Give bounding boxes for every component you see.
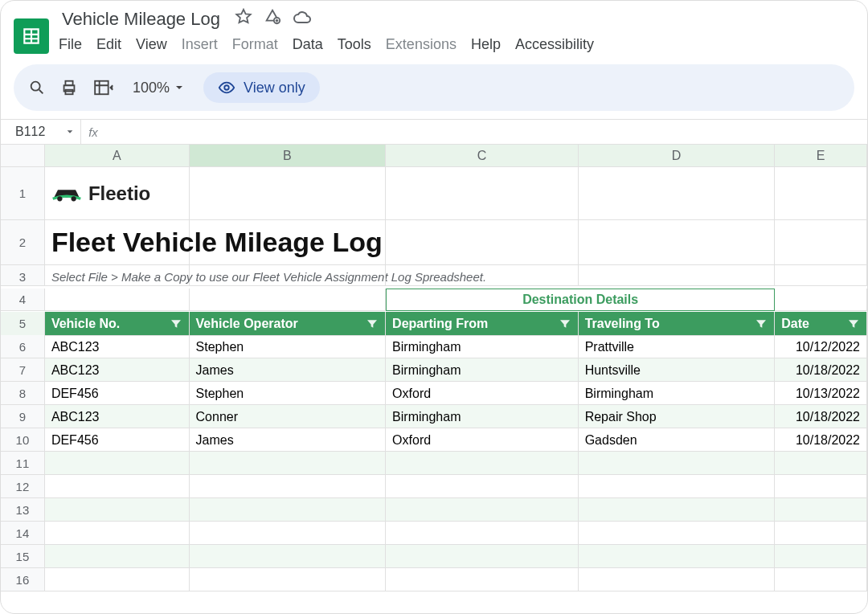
menu-insert[interactable]: Insert [182,36,218,53]
row-header[interactable]: 7 [1,358,45,382]
cell[interactable] [190,265,386,286]
header-vehicle-no[interactable]: Vehicle No. [45,312,190,336]
col-header-b[interactable]: B [190,145,387,167]
cloud-status-icon[interactable] [293,8,312,31]
col-header-e[interactable]: E [775,145,867,167]
cell[interactable] [579,452,776,475]
cell-date[interactable]: 10/13/2022 [775,382,867,405]
cell[interactable] [386,568,579,591]
col-header-d[interactable]: D [579,145,776,167]
cell-vehicle-no[interactable]: ABC123 [45,358,190,382]
cell-traveling[interactable]: Prattville [579,335,776,358]
filter-views-icon[interactable] [92,79,118,96]
view-only-pill[interactable]: View only [203,72,320,103]
row-header[interactable]: 10 [1,428,45,452]
zoom-dropdown[interactable]: 100% [133,80,184,96]
row-header[interactable]: 11 [1,452,45,475]
cell-vehicle-no[interactable]: DEF456 [45,428,190,452]
cell[interactable] [190,452,387,475]
menu-help[interactable]: Help [471,36,501,53]
cell-vehicle-no[interactable]: ABC123 [45,405,190,428]
row-header[interactable]: 13 [1,498,45,522]
cell[interactable] [775,289,867,311]
cell-departing[interactable]: Oxford [386,382,579,405]
cell[interactable] [386,452,579,475]
cell[interactable] [579,167,776,220]
cell-date[interactable]: 10/12/2022 [775,335,867,358]
cell-traveling[interactable]: Repair Shop [579,405,776,428]
cell-traveling[interactable]: Huntsville [579,358,776,382]
menu-edit[interactable]: Edit [96,36,121,53]
cell[interactable] [45,545,190,568]
cell[interactable] [775,265,867,286]
cell-vehicle-no[interactable]: DEF456 [45,382,190,405]
row-header[interactable]: 14 [1,522,45,545]
sheets-app-icon[interactable] [14,18,49,54]
cell[interactable]: Select File > Make a Copy to use our Fle… [45,265,190,286]
cell-departing[interactable]: Birmingham [386,358,579,382]
cell-operator[interactable]: James [190,358,387,382]
cell[interactable]: Fleetio [45,167,190,220]
cell[interactable] [579,498,776,522]
menu-file[interactable]: File [59,36,82,53]
col-header-c[interactable]: C [386,145,579,167]
cell-operator[interactable]: Conner [190,405,387,428]
cell[interactable] [775,452,867,475]
cell-operator[interactable]: James [190,428,387,452]
menu-accessibility[interactable]: Accessibility [515,36,594,53]
filter-icon[interactable] [559,317,571,330]
cell-date[interactable]: 10/18/2022 [775,428,867,452]
search-icon[interactable] [28,79,46,96]
cell[interactable] [775,568,867,591]
cell[interactable] [775,167,867,220]
header-date[interactable]: Date [775,312,867,336]
name-box[interactable]: B112 [1,120,81,144]
cell[interactable] [190,498,387,522]
cell[interactable] [579,475,776,498]
menu-view[interactable]: View [136,36,167,53]
cell[interactable] [45,568,190,591]
cell[interactable] [190,522,387,545]
cell-vehicle-no[interactable]: ABC123 [45,335,190,358]
row-header[interactable]: 8 [1,382,45,405]
cell[interactable] [579,220,775,265]
row-header[interactable]: 2 [1,220,45,265]
cell-departing[interactable]: Birmingham [386,335,579,358]
cell[interactable] [190,545,387,568]
cell[interactable] [190,475,387,498]
cell[interactable] [579,522,776,545]
cell[interactable] [386,475,579,498]
cell[interactable] [579,545,776,568]
row-header[interactable]: 5 [1,312,45,336]
menu-tools[interactable]: Tools [338,36,371,53]
cell[interactable] [45,475,190,498]
cell[interactable] [386,265,578,286]
star-icon[interactable] [235,8,252,31]
cell[interactable] [775,545,867,568]
cell[interactable] [190,289,387,311]
row-header[interactable]: 6 [1,335,45,358]
cell[interactable]: Fleet Vehicle Mileage Log [45,220,190,265]
header-operator[interactable]: Vehicle Operator [190,312,387,336]
cell-date[interactable]: 10/18/2022 [775,405,867,428]
row-header[interactable]: 16 [1,568,45,591]
row-header[interactable]: 9 [1,405,45,428]
filter-icon[interactable] [847,317,860,330]
cell[interactable] [775,220,867,265]
cell[interactable] [190,167,387,220]
cell[interactable] [45,498,190,522]
menu-format[interactable]: Format [232,36,278,53]
print-icon[interactable] [60,79,78,96]
formula-input[interactable] [105,120,867,144]
cell-operator[interactable]: Stephen [190,335,387,358]
cell[interactable] [579,265,775,286]
col-header-a[interactable]: A [45,145,190,167]
cell[interactable] [386,167,579,220]
cell-operator[interactable]: Stephen [190,382,387,405]
row-header[interactable]: 3 [1,265,45,286]
cell[interactable] [190,568,387,591]
cell[interactable] [45,452,190,475]
cell[interactable] [45,522,190,545]
cell[interactable] [775,498,867,522]
cell[interactable] [386,522,579,545]
